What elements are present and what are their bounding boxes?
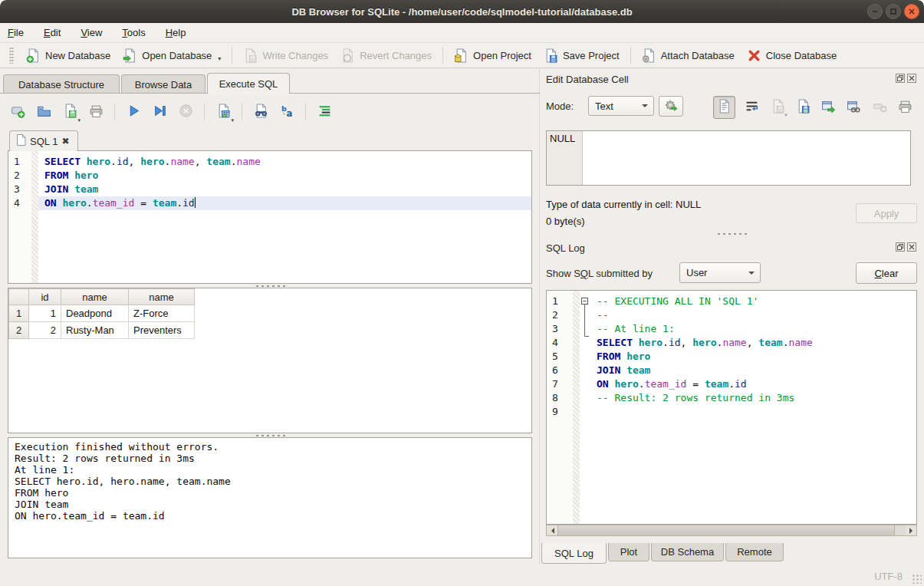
- sql-log-view[interactable]: 123456789 − -- EXECUTING ALL IN 'SQL 1'-…: [546, 290, 917, 525]
- fold-collapse-icon[interactable]: −: [581, 298, 588, 305]
- sql-editor[interactable]: 1234 SELECT hero.id, hero.name, team.nam…: [8, 150, 532, 284]
- title-bar[interactable]: DB Browser for SQLite - /home/user/code/…: [0, 0, 924, 23]
- execution-message-area[interactable]: Execution finished without errors.Result…: [8, 437, 532, 558]
- encoding-indicator[interactable]: UTF-8: [874, 571, 903, 582]
- menu-view[interactable]: View: [81, 27, 102, 38]
- menu-edit[interactable]: Edit: [44, 27, 61, 38]
- format-sql-button[interactable]: [314, 102, 334, 122]
- row-header[interactable]: 1: [9, 305, 29, 322]
- column-header-name-2[interactable]: name: [129, 289, 195, 305]
- print-cell-button[interactable]: [896, 98, 914, 117]
- print-sql-icon: [89, 104, 104, 120]
- execute-current-line-button[interactable]: [150, 102, 169, 122]
- save-sql-file-button[interactable]: ▾: [60, 102, 80, 122]
- column-header-name-1[interactable]: name: [61, 289, 129, 305]
- close-dock-icon[interactable]: [907, 74, 916, 83]
- menu-help[interactable]: Help: [166, 27, 186, 38]
- cell[interactable]: 1: [29, 305, 61, 322]
- revert-changes-button[interactable]: Revert Changes: [334, 45, 438, 66]
- open-in-external-app-button[interactable]: [820, 98, 837, 117]
- save-project-button[interactable]: Save Project: [538, 45, 626, 66]
- maximize-button[interactable]: [886, 4, 901, 19]
- write-changes-button[interactable]: Write Changes: [237, 45, 334, 66]
- float-dock-icon[interactable]: [896, 74, 905, 83]
- corner-header[interactable]: [9, 289, 29, 305]
- cell-value-editor[interactable]: NULL: [546, 130, 911, 186]
- dock-splitter[interactable]: [716, 232, 747, 235]
- cell-text-area[interactable]: [583, 131, 910, 185]
- apply-button[interactable]: Apply: [856, 203, 917, 223]
- line-number: 4: [8, 196, 31, 210]
- stop-execution-button[interactable]: [176, 102, 196, 122]
- sql-file-tab[interactable]: SQL 1 ✖: [9, 130, 78, 151]
- cell[interactable]: Z-Force: [129, 305, 195, 322]
- sql-log-fold-markers[interactable]: −: [580, 291, 590, 524]
- pane-splitter[interactable]: [539, 69, 540, 565]
- export-data-button[interactable]: [794, 98, 812, 117]
- open-sql-new-tab-button[interactable]: [8, 102, 28, 122]
- db-browser-window: DB Browser for SQLite - /home/user/code/…: [0, 0, 924, 586]
- open-database-button[interactable]: Open Database▾: [117, 45, 227, 66]
- word-wrap-button[interactable]: [743, 98, 761, 117]
- cell[interactable]: 2: [29, 322, 61, 339]
- cell[interactable]: Rusty-Man: [61, 322, 129, 339]
- tab-database-structure[interactable]: Database Structure: [3, 74, 120, 94]
- log-line: FROM hero: [15, 487, 525, 499]
- auto-completion-button[interactable]: ba: [277, 102, 297, 122]
- print-sql-button[interactable]: [86, 102, 106, 122]
- results-grid[interactable]: idnamename11DeadpondZ-Force22Rusty-ManPr…: [8, 288, 532, 433]
- dropdown-caret-icon[interactable]: ▾: [218, 55, 221, 63]
- open-url-button[interactable]: [845, 98, 863, 117]
- close-button[interactable]: [904, 4, 919, 19]
- line-number: 2: [8, 169, 31, 183]
- column-header-id-0[interactable]: id: [29, 289, 61, 305]
- open-project-button[interactable]: Open Project: [448, 45, 538, 66]
- dock-tab-db-schema[interactable]: DB Schema: [651, 543, 724, 561]
- close-database-button[interactable]: Close Database: [741, 45, 843, 66]
- close-dock-icon[interactable]: [907, 242, 916, 252]
- open-external-icon: [821, 99, 836, 116]
- code-line: -- At line 1:: [590, 322, 916, 336]
- float-dock-icon[interactable]: [896, 242, 905, 252]
- set-null-button[interactable]: [870, 98, 888, 117]
- close-sql-tab-icon[interactable]: ✖: [61, 136, 69, 146]
- cell[interactable]: Deadpond: [61, 305, 129, 322]
- row-header[interactable]: 2: [9, 322, 29, 339]
- cell[interactable]: Preventers: [129, 322, 195, 339]
- scroll-left-arrow[interactable]: [547, 525, 557, 535]
- new-database-button[interactable]: New Database: [20, 45, 117, 66]
- table-row: 11DeadpondZ-Force: [9, 305, 195, 322]
- cell-settings-button[interactable]: [659, 96, 683, 117]
- resize-grip[interactable]: [912, 574, 922, 584]
- editor-code-area[interactable]: SELECT hero.id, hero.name, team.nameFROM…: [38, 151, 531, 283]
- dock-tab-plot[interactable]: Plot: [608, 543, 649, 561]
- scroll-thumb[interactable]: [557, 525, 895, 535]
- toolbar-separator: [114, 104, 115, 120]
- tab-execute-sql[interactable]: Execute SQL: [207, 73, 290, 94]
- sql-log-filter-select[interactable]: User: [679, 262, 761, 283]
- save-sql-file-icon: [63, 104, 77, 120]
- execute-all-button[interactable]: [123, 102, 143, 122]
- import-data-button[interactable]: ▾: [768, 98, 786, 117]
- attach-database-button[interactable]: Attach Database: [636, 45, 741, 66]
- dock-tab-remote[interactable]: Remote: [725, 543, 784, 561]
- sql-log-hscrollbar[interactable]: [546, 525, 917, 536]
- dock-tab-sql-log[interactable]: SQL Log: [541, 543, 607, 564]
- open-sql-file-button[interactable]: [34, 102, 54, 122]
- menu-file[interactable]: File: [8, 27, 24, 38]
- dropdown-caret-icon[interactable]: ▾: [784, 112, 788, 117]
- scroll-right-arrow[interactable]: [906, 525, 916, 535]
- text-mode-button[interactable]: [713, 96, 735, 119]
- log-line: SELECT hero.id, hero.name, team.name: [15, 476, 525, 487]
- link-window-icon: [847, 99, 861, 116]
- tab-browse-data[interactable]: Browse Data: [121, 74, 206, 94]
- cell-mode-select[interactable]: Text: [588, 96, 654, 116]
- minimize-button[interactable]: [867, 4, 883, 19]
- find-replace-button[interactable]: [251, 102, 271, 122]
- dropdown-caret-icon[interactable]: ▾: [231, 117, 234, 123]
- toolbar-grip[interactable]: [9, 47, 14, 64]
- dropdown-caret-icon[interactable]: ▾: [77, 117, 81, 123]
- clear-log-button[interactable]: Clear: [856, 262, 917, 284]
- menu-tools[interactable]: Tools: [122, 27, 145, 38]
- save-results-button[interactable]: ▾: [213, 102, 233, 122]
